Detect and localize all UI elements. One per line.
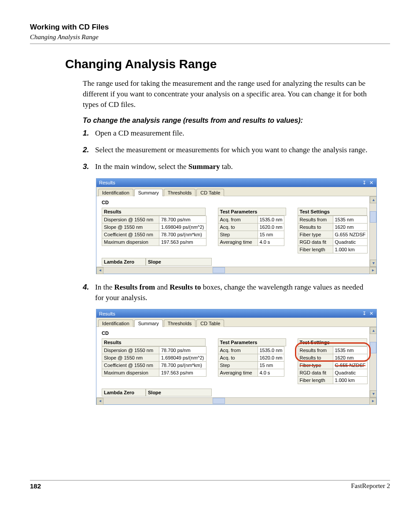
table-row: Coefficient @ 1550 nm78.700 ps/(nm*km) — [102, 362, 206, 369]
table-row: Fiber typeG.655 NZDSF — [298, 362, 368, 369]
testparams-header: Test Parameters — [218, 338, 286, 346]
pin-icon[interactable]: ↧ — [362, 311, 367, 316]
step-text: Open a CD measurement file. — [95, 128, 372, 139]
panel-body: ▴ ▾ CD Results Dispersion @ 1550 nm78.70… — [96, 327, 376, 397]
tab-cd-table[interactable]: CD Table — [196, 189, 224, 196]
table-row: Maximum dispersion197.563 ps/nm — [102, 238, 206, 246]
table-row: Acq. from1535.0 nm — [218, 216, 284, 223]
lambda-slope-headers: Lambda Zero Slope — [102, 258, 368, 266]
scroll-thumb[interactable] — [213, 398, 225, 404]
table-row: Acq. to1620.0 nm — [218, 223, 284, 231]
horizontal-scrollbar[interactable]: ◂ ▸ — [96, 267, 376, 274]
page-header: Working with CD Files Changing Analysis … — [30, 23, 390, 44]
lambda-slope-headers: Lambda Zero Slope — [102, 389, 368, 396]
panel-body: ▴ ▾ CD Results Dispersion @ 1550 nm78.70… — [96, 196, 376, 267]
table-row: Slope @ 1550 nm1.698049 ps/(nm^2) — [102, 354, 206, 362]
scroll-thumb[interactable] — [213, 267, 225, 273]
table-row: Fiber length1.000 km — [298, 377, 368, 384]
page-footer: 182 FastReporter 2 — [30, 480, 390, 490]
tab-identification[interactable]: Identification — [98, 189, 133, 196]
table-row: Fiber typeG.655 NZDSF — [298, 231, 368, 238]
scroll-down-icon[interactable]: ▾ — [370, 390, 376, 397]
testsettings-table: Results from1535 nm Results to1620 nm Fi… — [298, 346, 368, 384]
test-settings-group: Test Settings Results from1535 nm Result… — [298, 338, 368, 384]
table-row: Step15 nm — [218, 231, 284, 238]
scroll-right-icon[interactable]: ▸ — [369, 267, 376, 274]
results-table: Dispersion @ 1550 nm78.700 ps/nm Slope @… — [102, 346, 206, 377]
tab-summary[interactable]: Summary — [134, 189, 163, 196]
close-icon[interactable]: ✕ — [368, 311, 374, 316]
close-icon[interactable]: ✕ — [368, 180, 374, 186]
step-text: In the main window, select the Summary t… — [95, 161, 372, 172]
section-title: Changing Analysis Range — [65, 57, 390, 71]
tab-thresholds[interactable]: Thresholds — [164, 189, 195, 196]
procedure-heading: To change the analysis range (results fr… — [83, 117, 372, 125]
table-row: Fiber length1.000 km — [298, 246, 368, 253]
panel-titlebar: Results ↧ ✕ — [96, 179, 376, 187]
table-row: Results from1535 nm — [298, 347, 368, 354]
scroll-down-icon[interactable]: ▾ — [370, 260, 376, 267]
step-text: In the Results from and Results to boxes… — [95, 282, 372, 303]
step-1: 1. Open a CD measurement file. — [83, 128, 372, 139]
tab-summary[interactable]: Summary — [134, 319, 163, 327]
cd-section-label: CD — [102, 330, 368, 336]
slope-header: Slope — [146, 258, 212, 266]
step-text: Select the measurement or measurements f… — [95, 145, 372, 155]
table-row: Results from1535 nm — [298, 216, 368, 223]
tab-identification[interactable]: Identification — [98, 319, 133, 327]
scroll-thumb[interactable] — [370, 211, 376, 223]
scroll-left-icon[interactable]: ◂ — [96, 398, 103, 405]
vertical-scrollbar[interactable]: ▴ ▾ — [369, 196, 376, 267]
intro-paragraph: The range used for taking the measuremen… — [83, 78, 372, 110]
results-table: Dispersion @ 1550 nm78.700 ps/nm Slope @… — [102, 216, 206, 246]
horizontal-scrollbar[interactable]: ◂ ▸ — [96, 397, 376, 404]
step-number: 1. — [83, 128, 95, 139]
panel-title: Results — [99, 311, 115, 316]
chapter-title: Working with CD Files — [30, 23, 390, 32]
tab-strip: Identification Summary Thresholds CD Tab… — [96, 187, 376, 196]
results-panel-screenshot-1: Results ↧ ✕ Identification Summary Thres… — [96, 178, 377, 274]
scroll-right-icon[interactable]: ▸ — [369, 398, 376, 405]
step-number: 4. — [83, 282, 95, 303]
testparams-table: Acq. from1535.0 nm Acq. to1620.0 nm Step… — [218, 216, 285, 246]
results-group: Results Dispersion @ 1550 nm78.700 ps/nm… — [102, 208, 206, 253]
table-row: Acq. from1535.0 nm — [218, 347, 284, 354]
lambda-zero-header: Lambda Zero — [102, 258, 146, 266]
panel-title: Results — [99, 180, 115, 185]
testsettings-header: Test Settings — [298, 208, 367, 216]
testsettings-table: Results from1535 nm Results to1620 nm Fi… — [298, 216, 368, 253]
table-row: RGD data fitQuadratic — [298, 238, 368, 246]
procedure-steps-continued: 4. In the Results from and Results to bo… — [83, 282, 372, 303]
header-rule — [30, 44, 390, 44]
panel-controls: ↧ ✕ — [362, 311, 374, 316]
lambda-zero-header: Lambda Zero — [102, 389, 146, 396]
table-row: Slope @ 1550 nm1.698049 ps/(nm^2) — [102, 223, 206, 231]
scroll-left-icon[interactable]: ◂ — [96, 267, 103, 274]
table-row: Results to1620 nm — [298, 223, 368, 231]
table-row: Coefficient @ 1550 nm78.700 ps/(nm*km) — [102, 231, 206, 238]
tab-strip: Identification Summary Thresholds CD Tab… — [96, 318, 376, 327]
testparams-table: Acq. from1535.0 nm Acq. to1620.0 nm Step… — [218, 346, 285, 377]
step-3: 3. In the main window, select the Summar… — [83, 161, 372, 172]
cd-section-label: CD — [102, 200, 368, 205]
results-group: Results Dispersion @ 1550 nm78.700 ps/nm… — [102, 338, 206, 384]
table-row: Results to1620 nm — [298, 354, 368, 362]
vertical-scrollbar[interactable]: ▴ ▾ — [369, 327, 376, 397]
panel-titlebar: Results ↧ ✕ — [96, 309, 376, 318]
scroll-up-icon[interactable]: ▴ — [370, 327, 376, 334]
table-row: Dispersion @ 1550 nm78.700 ps/nm — [102, 347, 206, 354]
scroll-up-icon[interactable]: ▴ — [370, 196, 376, 203]
procedure-steps: 1. Open a CD measurement file. 2. Select… — [83, 128, 372, 172]
scroll-thumb[interactable] — [370, 342, 376, 353]
results-header: Results — [102, 338, 206, 346]
table-row: Maximum dispersion197.563 ps/nm — [102, 369, 206, 377]
panel-controls: ↧ ✕ — [362, 180, 374, 186]
step-number: 2. — [83, 145, 95, 155]
tab-cd-table[interactable]: CD Table — [196, 319, 224, 327]
tab-thresholds[interactable]: Thresholds — [164, 319, 195, 327]
pin-icon[interactable]: ↧ — [362, 180, 367, 186]
page-number: 182 — [30, 482, 41, 490]
test-parameters-group: Test Parameters Acq. from1535.0 nm Acq. … — [218, 208, 286, 253]
table-row: Averaging time4.0 s — [218, 238, 284, 246]
step-4: 4. In the Results from and Results to bo… — [83, 282, 372, 303]
